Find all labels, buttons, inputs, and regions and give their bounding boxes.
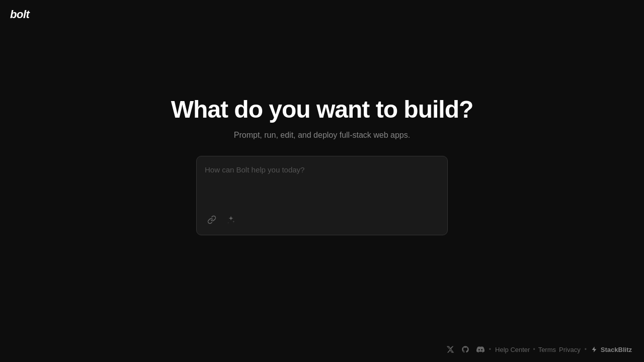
help-center-link[interactable]: Help Center xyxy=(495,346,530,353)
enhance-button[interactable] xyxy=(224,213,238,227)
footer-dot-1: • xyxy=(489,346,491,353)
bolt-brand-icon xyxy=(591,346,598,353)
x-social-link[interactable] xyxy=(446,345,455,354)
prompt-input[interactable] xyxy=(205,164,439,205)
stackblitz-label: StackBlitz xyxy=(601,346,632,353)
main-content: What do you want to build? Prompt, run, … xyxy=(0,0,644,362)
headline: What do you want to build? xyxy=(171,97,473,123)
subtitle: Prompt, run, edit, and deploy full-stack… xyxy=(234,131,410,140)
privacy-link[interactable]: Privacy xyxy=(559,346,581,353)
footer-dot-3: • xyxy=(585,346,587,353)
sparkle-icon xyxy=(226,215,235,224)
github-icon xyxy=(461,345,469,353)
footer-dot-2: • xyxy=(533,346,535,353)
attach-link-button[interactable] xyxy=(205,213,219,227)
x-icon xyxy=(446,345,454,353)
header: bolt xyxy=(0,0,644,29)
input-toolbar xyxy=(205,213,439,227)
logo: bolt xyxy=(10,8,29,21)
prompt-input-container xyxy=(196,156,448,235)
link-icon xyxy=(207,215,216,224)
stackblitz-brand: StackBlitz xyxy=(591,346,632,353)
terms-link[interactable]: Terms xyxy=(538,346,556,353)
footer-social-links xyxy=(446,345,485,354)
discord-icon xyxy=(476,345,485,353)
footer-links: Help Center • Terms Privacy xyxy=(495,346,581,353)
github-social-link[interactable] xyxy=(461,345,470,354)
stackblitz-icon xyxy=(591,346,598,353)
footer: • Help Center • Terms Privacy • StackBli… xyxy=(0,337,644,362)
discord-social-link[interactable] xyxy=(476,345,485,354)
